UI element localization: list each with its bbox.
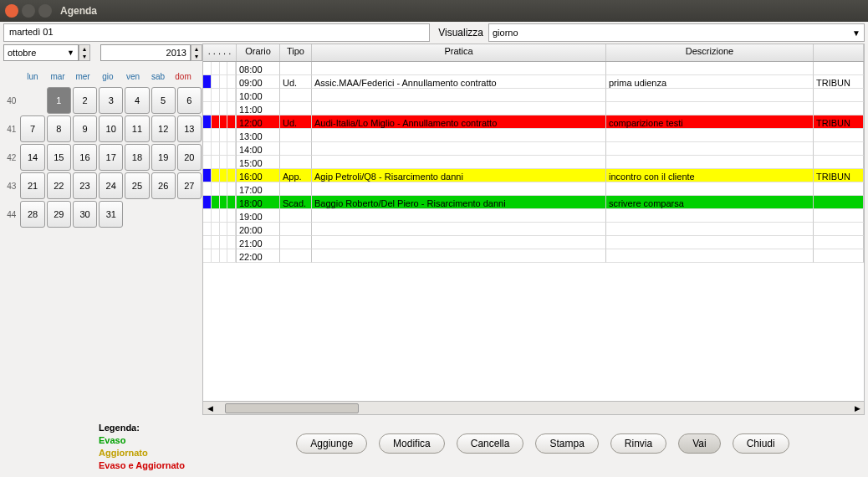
cell-extra bbox=[814, 182, 864, 196]
dow-mar: mar bbox=[45, 67, 70, 86]
table-row[interactable]: 17:00 bbox=[203, 182, 864, 196]
day-cell[interactable]: 30 bbox=[73, 201, 97, 228]
table-row[interactable]: 21:00 bbox=[203, 236, 864, 249]
scrollbar-thumb[interactable] bbox=[225, 403, 359, 413]
day-cell[interactable]: 28 bbox=[20, 201, 44, 228]
table-row[interactable]: 14:00 bbox=[203, 142, 864, 156]
day-cell[interactable]: 7 bbox=[20, 115, 44, 142]
day-cell[interactable]: 20 bbox=[177, 144, 202, 171]
aggiunge-button[interactable]: Aggiunge bbox=[296, 433, 367, 454]
table-row[interactable]: 19:00 bbox=[203, 209, 864, 223]
day-cell[interactable]: 16 bbox=[73, 144, 97, 171]
scroll-right-icon[interactable]: ▶ bbox=[850, 404, 864, 413]
day-cell[interactable]: 29 bbox=[47, 201, 71, 228]
day-cell[interactable]: 6 bbox=[177, 87, 202, 114]
vai-button[interactable]: Vai bbox=[678, 433, 720, 454]
day-cell[interactable]: 2 bbox=[73, 87, 97, 114]
day-cell[interactable]: 12 bbox=[151, 115, 176, 142]
day-cell[interactable]: 10 bbox=[99, 115, 123, 142]
stampa-button[interactable]: Stampa bbox=[535, 433, 598, 454]
day-cell[interactable]: 21 bbox=[20, 172, 44, 199]
cell-orario: 21:00 bbox=[237, 236, 280, 249]
year-input[interactable]: 2013 bbox=[100, 44, 191, 61]
day-cell[interactable]: 8 bbox=[47, 115, 71, 142]
window-title: Agenda bbox=[60, 5, 97, 17]
cell-tipo bbox=[280, 129, 312, 142]
horizontal-scrollbar[interactable]: ◀ ▶ bbox=[203, 401, 864, 414]
grid-header-pratica[interactable]: Pratica bbox=[312, 44, 606, 61]
day-cell[interactable]: 24 bbox=[99, 172, 123, 199]
maximize-window-icon[interactable] bbox=[38, 4, 52, 18]
cell-orario: 22:00 bbox=[237, 249, 280, 263]
day-cell[interactable]: 3 bbox=[99, 87, 123, 114]
cell-extra bbox=[814, 223, 864, 236]
cell-orario: 11:00 bbox=[237, 102, 280, 115]
minimize-window-icon[interactable] bbox=[22, 4, 35, 18]
cell-extra bbox=[814, 142, 864, 156]
cell-extra bbox=[814, 236, 864, 249]
day-cell[interactable]: 4 bbox=[125, 87, 149, 114]
cell-descrizione: comparizione testi bbox=[606, 115, 814, 129]
grid-header-descrizione[interactable]: Descrizione bbox=[606, 44, 814, 61]
day-cell[interactable]: 22 bbox=[47, 172, 71, 199]
cell-descrizione bbox=[606, 156, 814, 169]
grid-header-orario[interactable]: Orario bbox=[237, 44, 280, 61]
day-cell[interactable]: 1 bbox=[47, 87, 71, 114]
day-cell[interactable]: 25 bbox=[125, 172, 149, 199]
table-row[interactable]: 11:00 bbox=[203, 102, 864, 115]
chiudi-button[interactable]: Chiudi bbox=[733, 433, 789, 454]
week-number: 40 bbox=[3, 96, 19, 105]
day-cell[interactable]: 27 bbox=[177, 172, 202, 199]
cell-extra bbox=[814, 196, 864, 209]
day-cell[interactable]: 26 bbox=[151, 172, 176, 199]
grid-header-extra bbox=[814, 44, 864, 61]
day-cell[interactable]: 17 bbox=[99, 144, 123, 171]
view-mode-select[interactable]: giorno ▼ bbox=[488, 23, 865, 42]
cell-pratica: Assic.MAA/Federici - Annullamento contra… bbox=[312, 75, 606, 89]
day-cell[interactable]: 18 bbox=[125, 144, 149, 171]
table-row[interactable]: 12:00Ud.Audi-Italia/Lo Miglio - Annullam… bbox=[203, 115, 864, 129]
day-cell[interactable]: 13 bbox=[177, 115, 202, 142]
table-row[interactable]: 15:00 bbox=[203, 156, 864, 169]
table-row[interactable]: 10:00 bbox=[203, 89, 864, 102]
close-window-icon[interactable] bbox=[5, 4, 18, 18]
table-row[interactable]: 09:00Ud.Assic.MAA/Federici - Annullament… bbox=[203, 75, 864, 89]
day-cell[interactable]: 23 bbox=[73, 172, 97, 199]
scroll-left-icon[interactable]: ◀ bbox=[203, 404, 217, 413]
cell-pratica bbox=[312, 236, 606, 249]
day-cell[interactable]: 19 bbox=[151, 144, 176, 171]
week-number: 44 bbox=[3, 210, 19, 219]
cell-descrizione bbox=[606, 102, 814, 115]
cell-pratica bbox=[312, 142, 606, 156]
dow-gio: gio bbox=[95, 67, 120, 86]
chevron-down-icon: ▼ bbox=[852, 28, 860, 38]
day-cell[interactable]: 15 bbox=[47, 144, 71, 171]
day-cell[interactable]: 31 bbox=[99, 201, 123, 228]
cell-tipo bbox=[280, 89, 312, 102]
day-cell[interactable]: 9 bbox=[73, 115, 97, 142]
cancella-button[interactable]: Cancella bbox=[457, 433, 524, 454]
grid-header-tipo[interactable]: Tipo bbox=[280, 44, 312, 61]
day-cell[interactable]: 11 bbox=[125, 115, 149, 142]
cell-tipo: Ud. bbox=[280, 75, 312, 89]
month-select[interactable]: ottobre ▼ bbox=[3, 44, 79, 61]
cell-extra bbox=[814, 249, 864, 263]
table-row[interactable]: 20:00 bbox=[203, 223, 864, 236]
table-row[interactable]: 13:00 bbox=[203, 129, 864, 142]
cell-tipo bbox=[280, 156, 312, 169]
table-row[interactable]: 16:00App.Agip Petroli/Q8 - Risarcimento … bbox=[203, 169, 864, 182]
cell-descrizione: scrivere comparsa bbox=[606, 196, 814, 209]
cell-descrizione bbox=[606, 142, 814, 156]
table-row[interactable]: 18:00Scad.Baggio Roberto/Del Piero - Ris… bbox=[203, 196, 864, 209]
day-cell[interactable]: 5 bbox=[151, 87, 176, 114]
cell-descrizione bbox=[606, 89, 814, 102]
day-cell bbox=[177, 201, 202, 228]
rinvia-button[interactable]: Rinvia bbox=[610, 433, 666, 454]
date-display-field[interactable]: martedì 01 bbox=[3, 23, 430, 42]
table-row[interactable]: 22:00 bbox=[203, 249, 864, 263]
modifica-button[interactable]: Modifica bbox=[379, 433, 445, 454]
day-cell[interactable]: 14 bbox=[20, 144, 44, 171]
year-spinner[interactable]: ▴▾ bbox=[191, 44, 202, 61]
table-row[interactable]: 08:00 bbox=[203, 62, 864, 75]
month-spinner[interactable]: ▴▾ bbox=[79, 44, 90, 61]
